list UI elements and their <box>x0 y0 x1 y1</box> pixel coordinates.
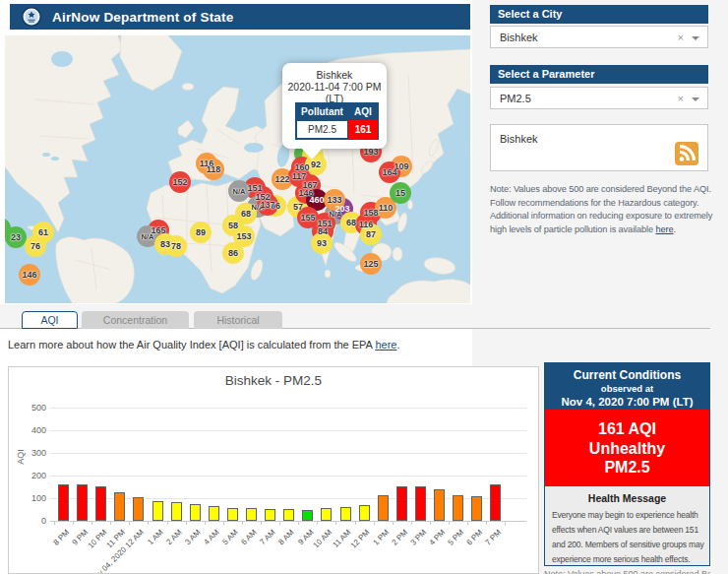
chart-bar[interactable] <box>58 484 69 521</box>
chart-bar[interactable] <box>359 505 370 521</box>
conditions-aqi-box: 161 AQI Unhealthy PM2.5 <box>545 410 709 486</box>
x-tick <box>167 521 168 525</box>
chart-bar[interactable] <box>171 502 182 521</box>
aqi-marker[interactable] <box>324 189 345 211</box>
x-tick <box>486 521 487 525</box>
x-tick-label: 7 AM <box>259 528 277 546</box>
aqi-marker[interactable] <box>257 194 278 216</box>
x-tick <box>393 521 394 525</box>
aqi-marker[interactable] <box>222 242 244 264</box>
city-dropdown-value: Bishkek <box>500 32 538 43</box>
chart-bar[interactable] <box>265 509 275 521</box>
chart-bar[interactable] <box>321 508 332 521</box>
x-tick <box>279 521 280 525</box>
y-tick-label: 100 <box>17 493 46 503</box>
sidebar-note: Note: Values above 500 are considered Be… <box>490 183 715 236</box>
aqi-marker[interactable] <box>19 264 40 286</box>
conditions-title: Current Conditions <box>545 368 709 382</box>
chart-bar[interactable] <box>283 509 294 521</box>
chart-bar[interactable] <box>190 504 201 521</box>
aqi-chart-panel: Bishkek - PM2.5 AQI 01002003004005008 PM… <box>8 366 539 574</box>
x-tick <box>73 521 74 525</box>
chart-bar[interactable] <box>133 497 144 521</box>
aqi-marker[interactable] <box>169 171 191 193</box>
x-tick <box>242 521 243 525</box>
aqi-marker[interactable] <box>360 223 382 245</box>
x-tick-label: 1 PM <box>371 528 391 547</box>
learn-more-link[interactable]: here <box>375 339 396 351</box>
x-tick-label: 10 AM <box>312 528 334 549</box>
x-tick <box>186 521 187 525</box>
x-tick <box>91 521 92 525</box>
chart-bar[interactable] <box>434 489 445 521</box>
chart-bar[interactable] <box>340 507 351 521</box>
tab-historical[interactable]: Historical <box>194 311 282 329</box>
chart-bar[interactable] <box>302 510 313 522</box>
conditions-header: Current Conditions observed at Nov 4, 20… <box>545 363 709 410</box>
health-message-title: Health Message <box>550 492 704 504</box>
x-tick-label: 3 PM <box>408 528 428 547</box>
rss-icon[interactable] <box>675 142 698 165</box>
clear-parameter-icon[interactable]: × <box>678 93 684 104</box>
popup-col-pollutant: Pollutant <box>296 106 348 117</box>
y-tick-label: 500 <box>17 403 46 413</box>
chart-bar[interactable] <box>378 495 389 521</box>
x-tick <box>505 521 506 525</box>
x-tick <box>298 521 299 525</box>
aqi-marker[interactable] <box>379 161 400 183</box>
chart-bar[interactable] <box>490 484 501 521</box>
x-tick-label: 7 PM <box>484 528 504 547</box>
chart-bar[interactable] <box>471 496 482 521</box>
chart-bar[interactable] <box>453 495 463 521</box>
conditions-datetime: Nov 4, 2020 7:00 PM (LT) <box>545 396 709 408</box>
chart-bar[interactable] <box>246 508 257 521</box>
gridline <box>50 476 526 477</box>
chart-bar[interactable] <box>95 486 106 521</box>
aqi-marker[interactable] <box>390 182 411 204</box>
bottom-note-clipped: Note: Values above 500 are considered Be… <box>544 569 710 574</box>
app-title: AirNow Department of State <box>52 10 233 25</box>
parameter-caret-icon[interactable] <box>692 97 699 101</box>
popup-col-aqi: AQI <box>348 106 378 117</box>
aqi-marker[interactable] <box>190 222 212 243</box>
aqi-marker[interactable] <box>5 226 27 248</box>
rss-city-label: Bishkek <box>500 133 538 145</box>
x-tick-label: 4 PM <box>427 528 447 547</box>
aqi-marker[interactable] <box>25 235 46 257</box>
chart-bar[interactable] <box>415 486 426 521</box>
aqi-marker[interactable] <box>228 180 250 202</box>
x-tick <box>110 521 111 525</box>
chart-bar[interactable] <box>396 486 407 521</box>
aqi-marker[interactable] <box>165 235 187 257</box>
popup-pollutant-value: PM2.5 <box>296 120 348 139</box>
chart-bar[interactable] <box>77 484 88 521</box>
select-parameter-header: Select a Parameter <box>490 65 708 84</box>
chart-bar[interactable] <box>209 506 219 521</box>
y-tick-label: 400 <box>17 425 46 435</box>
tab-aqi[interactable]: AQI <box>22 311 78 329</box>
chart-bar[interactable] <box>227 508 238 521</box>
aqi-marker[interactable] <box>360 253 382 275</box>
aqi-marker[interactable] <box>311 232 333 254</box>
x-tick <box>449 521 450 525</box>
x-tick-label: 5 PM <box>446 528 465 547</box>
conditions-category: Unhealthy <box>545 439 709 459</box>
city-caret-icon[interactable] <box>692 36 699 40</box>
tab-concentration[interactable]: Concentration <box>82 311 189 329</box>
health-message: Health Message Everyone may begin to exp… <box>545 486 709 565</box>
parameter-dropdown[interactable]: PM2.5 × <box>490 87 708 109</box>
chart-bar[interactable] <box>152 501 163 521</box>
chart-bar[interactable] <box>114 492 125 521</box>
aqi-marker[interactable] <box>203 159 224 180</box>
x-tick <box>467 521 468 525</box>
x-tick-label: 1 AM <box>146 528 164 546</box>
world-map[interactable]: 23617614615211611812296151152N/A137N/A68… <box>5 35 470 303</box>
city-dropdown[interactable]: Bishkek × <box>490 26 708 48</box>
note-link[interactable]: here <box>655 224 673 234</box>
gridline <box>50 453 526 454</box>
x-tick <box>205 521 206 525</box>
select-city-header: Select a City <box>490 5 708 24</box>
popup-aqi-value: 161 <box>348 120 378 139</box>
clear-city-icon[interactable]: × <box>678 32 684 43</box>
popup-tail <box>301 148 323 159</box>
